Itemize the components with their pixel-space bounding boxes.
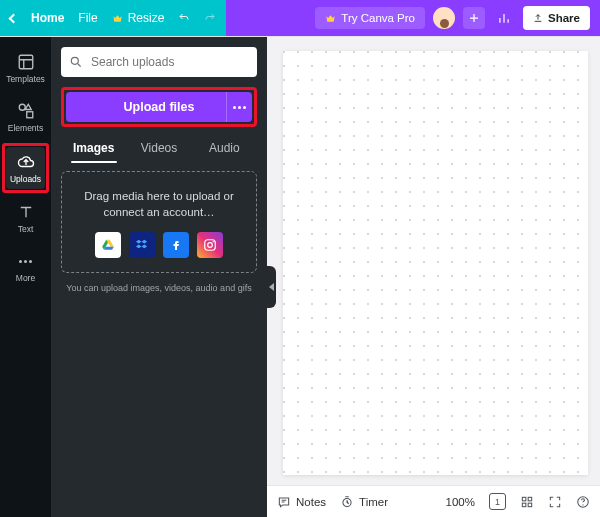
svg-point-1: [19, 104, 25, 110]
search-input[interactable]: [89, 54, 249, 70]
svg-rect-2: [26, 112, 32, 118]
page-count-badge[interactable]: 1: [489, 493, 506, 510]
rail-elements-label: Elements: [8, 123, 43, 133]
connect-dropbox[interactable]: [129, 232, 155, 258]
facebook-icon: [170, 239, 182, 251]
expand-icon: [548, 495, 562, 509]
rail-text[interactable]: Text: [3, 195, 48, 242]
back-button[interactable]: [10, 15, 17, 22]
search-uploads[interactable]: [61, 47, 257, 77]
cloud-upload-icon: [17, 153, 35, 171]
timer-button[interactable]: Timer: [340, 495, 388, 509]
undo-button[interactable]: [178, 12, 190, 24]
instagram-icon: [203, 238, 217, 252]
svg-rect-10: [522, 503, 526, 507]
upload-label: Upload files: [124, 100, 195, 114]
crown-icon: [112, 13, 123, 24]
notes-icon: [277, 495, 291, 509]
templates-icon: [17, 53, 35, 71]
rail-templates-label: Templates: [6, 74, 45, 84]
tab-images[interactable]: Images: [65, 137, 122, 161]
top-bar-right: Try Canva Pro Share: [226, 0, 600, 36]
zoom-level[interactable]: 100%: [446, 496, 475, 508]
add-member-button[interactable]: [463, 7, 485, 29]
share-label: Share: [548, 12, 580, 24]
more-icon: [19, 260, 32, 263]
connect-google-drive[interactable]: [95, 232, 121, 258]
elements-icon: [17, 102, 35, 120]
insights-button[interactable]: [493, 7, 515, 29]
rail-uploads-label: Uploads: [10, 174, 41, 184]
upload-hint: You can upload images, videos, audio and…: [61, 283, 257, 293]
rail-uploads-highlight: Uploads: [2, 143, 49, 193]
design-canvas[interactable]: [283, 51, 588, 475]
rail-uploads[interactable]: Uploads: [6, 147, 45, 189]
upload-more-button[interactable]: [226, 92, 252, 122]
dropzone[interactable]: Drag media here to upload or connect an …: [61, 171, 257, 273]
upload-files-button[interactable]: Upload files: [66, 92, 252, 122]
resize-label: Resize: [128, 11, 165, 25]
grid-icon: [520, 495, 534, 509]
notes-label: Notes: [296, 496, 326, 508]
svg-rect-9: [528, 497, 532, 501]
notes-button[interactable]: Notes: [277, 495, 326, 509]
try-pro-button[interactable]: Try Canva Pro: [315, 7, 425, 29]
rail-templates[interactable]: Templates: [3, 45, 48, 92]
side-rail: Templates Elements Uploads Text More: [0, 37, 51, 517]
connect-facebook[interactable]: [163, 232, 189, 258]
redo-button[interactable]: [204, 12, 216, 24]
connect-accounts: [95, 232, 223, 258]
rail-elements[interactable]: Elements: [3, 94, 48, 141]
chevron-left-icon: [9, 13, 19, 23]
search-icon: [69, 55, 83, 69]
timer-label: Timer: [359, 496, 388, 508]
upload-tabs: Images Videos Audio: [61, 137, 257, 161]
timer-icon: [340, 495, 354, 509]
svg-point-6: [213, 241, 214, 242]
svg-point-13: [582, 504, 583, 505]
svg-rect-11: [528, 503, 532, 507]
dropbox-icon: [135, 238, 149, 252]
home-link[interactable]: Home: [31, 11, 64, 25]
tab-videos[interactable]: Videos: [130, 137, 187, 161]
upload-icon: [533, 13, 543, 23]
help-icon: [576, 495, 590, 509]
uploads-panel: Upload files Images Videos Audio Drag me…: [51, 37, 267, 517]
plus-icon: [468, 12, 480, 24]
crown-icon: [325, 13, 336, 24]
dropzone-text: Drag media here to upload or connect an …: [72, 188, 246, 220]
top-bar-left: Home File Resize: [0, 0, 226, 36]
file-menu[interactable]: File: [78, 11, 97, 25]
help-button[interactable]: [576, 495, 590, 509]
rail-text-label: Text: [18, 224, 34, 234]
connect-instagram[interactable]: [197, 232, 223, 258]
svg-rect-0: [19, 55, 33, 69]
share-button[interactable]: Share: [523, 6, 590, 30]
bottom-bar: Notes Timer 100% 1: [267, 485, 600, 517]
text-icon: [17, 203, 35, 221]
resize-button[interactable]: Resize: [112, 11, 165, 25]
google-drive-icon: [101, 238, 115, 252]
fullscreen-button[interactable]: [548, 495, 562, 509]
top-bar: Home File Resize Try Canva Pro Share: [0, 0, 600, 37]
svg-point-3: [71, 57, 78, 64]
rail-more[interactable]: More: [3, 244, 48, 291]
rail-more-label: More: [16, 273, 35, 283]
try-pro-label: Try Canva Pro: [341, 12, 415, 24]
bar-chart-icon: [497, 11, 511, 25]
avatar[interactable]: [433, 7, 455, 29]
tab-audio[interactable]: Audio: [196, 137, 253, 161]
main-area: Templates Elements Uploads Text More: [0, 37, 600, 517]
upload-highlight: Upload files: [61, 87, 257, 127]
svg-point-5: [208, 243, 213, 248]
svg-rect-8: [522, 497, 526, 501]
grid-view-button[interactable]: [520, 495, 534, 509]
panel-collapse-handle[interactable]: [267, 266, 276, 308]
canvas-area: Notes Timer 100% 1: [267, 37, 600, 517]
